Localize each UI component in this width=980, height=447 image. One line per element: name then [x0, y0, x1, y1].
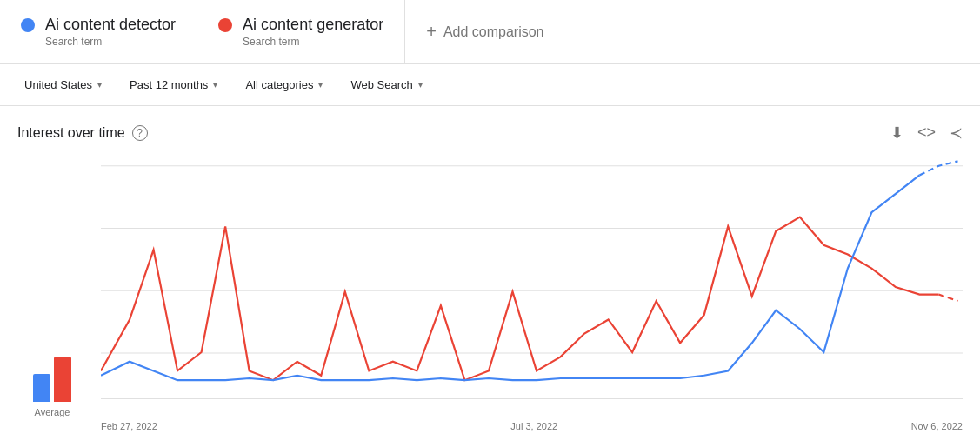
share-icon[interactable]: ≺ — [950, 123, 963, 143]
term2-item: Ai content generator Search term — [197, 0, 405, 63]
red-line — [101, 217, 938, 381]
term2-dot — [218, 18, 232, 32]
filters-bar: United States ▾ Past 12 months ▾ All cat… — [0, 64, 980, 106]
average-bars: Average — [17, 332, 87, 417]
x-label-1: Feb 27, 2022 — [101, 421, 157, 431]
region-chevron-icon: ▾ — [97, 80, 102, 90]
term2-type: Search term — [243, 36, 383, 48]
red-line-dotted — [938, 295, 957, 302]
region-filter[interactable]: United States ▾ — [14, 73, 112, 97]
time-label: Past 12 months — [130, 78, 208, 91]
x-labels: Feb 27, 2022 Jul 3, 2022 Nov 6, 2022 — [101, 421, 963, 431]
blue-line-dotted — [919, 161, 957, 175]
time-chevron-icon: ▾ — [213, 80, 217, 90]
embed-icon[interactable]: <> — [917, 123, 936, 143]
chart-area: 100 75 50 25 — [101, 157, 963, 417]
term1-type: Search term — [45, 36, 176, 48]
terms-bar: Ai content detector Search term Ai conte… — [0, 0, 980, 64]
avg-label: Average — [35, 407, 70, 417]
x-label-3: Nov 6, 2022 — [911, 421, 963, 431]
term1-dot — [21, 18, 35, 32]
chart-svg: 100 75 50 25 — [101, 157, 963, 417]
add-comparison-button[interactable]: + Add comparison — [405, 0, 564, 63]
search-type-chevron-icon: ▾ — [418, 80, 423, 90]
chart-header: Interest over time ? ⬇ <> ≺ — [17, 123, 963, 143]
chart-container: Average 100 75 50 25 — [17, 157, 963, 417]
chart-actions: ⬇ <> ≺ — [890, 123, 963, 143]
chart-title-area: Interest over time ? — [17, 125, 148, 141]
category-filter[interactable]: All categories ▾ — [235, 73, 333, 97]
category-label: All categories — [245, 78, 313, 91]
blue-line — [101, 175, 919, 380]
help-icon[interactable]: ? — [132, 125, 148, 141]
category-chevron-icon: ▾ — [318, 80, 323, 90]
term1-name: Ai content detector — [45, 16, 176, 34]
bottom-area: Feb 27, 2022 Jul 3, 2022 Nov 6, 2022 — [101, 421, 963, 431]
avg-bar-red — [54, 357, 71, 402]
plus-icon: + — [426, 22, 437, 42]
search-type-label: Web Search — [350, 78, 412, 91]
region-label: United States — [24, 78, 92, 91]
chart-section: Interest over time ? ⬇ <> ≺ Average — [0, 106, 980, 440]
download-icon[interactable]: ⬇ — [890, 123, 903, 143]
time-filter[interactable]: Past 12 months ▾ — [119, 73, 228, 97]
term2-name: Ai content generator — [243, 16, 383, 34]
x-label-2: Jul 3, 2022 — [510, 421, 557, 431]
search-type-filter[interactable]: Web Search ▾ — [340, 73, 432, 97]
term1-item: Ai content detector Search term — [0, 0, 197, 63]
avg-bar-blue — [33, 374, 50, 402]
avg-bar-group — [33, 332, 71, 402]
add-comparison-label: Add comparison — [443, 24, 544, 40]
chart-title: Interest over time — [17, 125, 125, 141]
